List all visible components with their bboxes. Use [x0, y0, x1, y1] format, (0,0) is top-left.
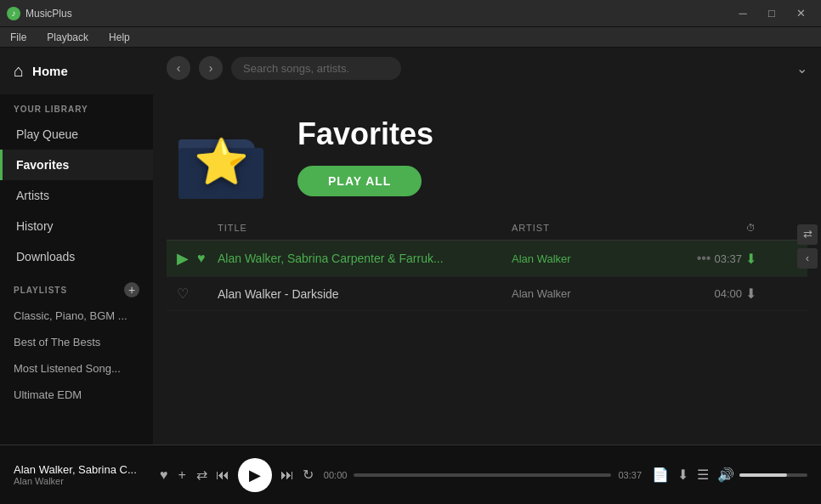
volume-control: 🔊	[717, 467, 807, 483]
repeat-icon[interactable]: ↻	[303, 467, 314, 483]
total-time: 03:37	[618, 470, 642, 480]
info-icon[interactable]: 📄	[652, 467, 669, 483]
player-heart-icon[interactable]: ♥	[160, 467, 168, 483]
player-right: 📄 ⬇ ☰ 🔊	[652, 467, 807, 483]
play-icon: ▶	[177, 249, 189, 268]
scroll-down-button[interactable]: ‹	[797, 248, 818, 269]
queue-icon[interactable]: ☰	[697, 467, 709, 483]
sidebar-item-artists[interactable]: Artists	[0, 180, 153, 211]
topbar: ‹ › ⌄	[153, 48, 821, 88]
table-row[interactable]: ♡ Alan Walker - Darkside Alan Walker 04:…	[167, 277, 807, 311]
row2-duration: 04:00	[714, 287, 742, 300]
dropdown-arrow-icon[interactable]: ⌄	[796, 60, 807, 76]
menubar: File Playback Help	[0, 27, 821, 48]
row1-icons: ▶ ♥	[177, 249, 211, 268]
sidebar-home[interactable]: ⌂ Home	[0, 48, 153, 94]
playlists-header: PLAYLISTS +	[0, 272, 153, 303]
table-header: TITLE ARTIST ⏱	[167, 216, 807, 241]
player-add-icon[interactable]: +	[178, 467, 186, 483]
menu-playback[interactable]: Playback	[43, 30, 92, 45]
heart-empty-icon[interactable]: ♡	[177, 286, 189, 302]
current-time: 00:00	[324, 470, 348, 480]
progress-bar[interactable]	[354, 473, 611, 477]
player: Alan Walker, Sabrina C... Alan Walker ♥ …	[0, 445, 821, 504]
playlist-item-best[interactable]: Best of The Bests	[0, 329, 153, 355]
playlists-label: PLAYLISTS	[14, 286, 67, 295]
play-all-button[interactable]: PLAY ALL	[297, 166, 422, 196]
window-controls: ─ □ ✕	[729, 2, 814, 25]
favorites-info: Favorites PLAY ALL	[297, 116, 433, 196]
row2-artist: Alan Walker	[512, 287, 682, 300]
minimize-button[interactable]: ─	[729, 2, 756, 25]
row1-artist: Alan Walker	[512, 252, 682, 265]
home-icon: ⌂	[14, 61, 24, 81]
col-artist: ARTIST	[512, 223, 682, 233]
content-area: ‹ › ⌄ ⭐ Favorites PLAY ALL TITLE ARTIST	[153, 48, 821, 445]
row1-actions: ••• 03:37 ⬇	[688, 251, 756, 267]
progress-area: 00:00 03:37	[324, 470, 642, 480]
folder-icon: ⭐	[178, 114, 272, 199]
search-input[interactable]	[231, 57, 401, 80]
titlebar: ♪ MusicPlus ─ □ ✕	[0, 0, 821, 27]
player-artist: Alan Walker	[14, 476, 150, 486]
menu-help[interactable]: Help	[105, 30, 133, 45]
maximize-button[interactable]: □	[758, 2, 785, 25]
add-playlist-button[interactable]: +	[124, 282, 139, 297]
playlist-item-classic[interactable]: Classic, Piano, BGM ...	[0, 303, 153, 329]
prev-icon[interactable]: ⏮	[216, 467, 229, 483]
col-spacer	[177, 223, 211, 233]
sidebar-item-downloads[interactable]: Downloads	[0, 241, 153, 272]
volume-bar[interactable]	[739, 473, 807, 477]
sidebar-home-label: Home	[32, 64, 68, 78]
sidebar-item-history[interactable]: History	[0, 211, 153, 241]
favorites-title: Favorites	[297, 116, 433, 152]
shuffle-icon[interactable]: ⇄	[196, 467, 207, 483]
more-icon[interactable]: •••	[697, 251, 711, 266]
star-icon: ⭐	[194, 139, 249, 184]
your-library-label: YOUR LIBRARY	[0, 94, 153, 119]
player-controls: ⇄ ⏮ ▶ ⏭ ↻	[196, 458, 314, 492]
table-area: TITLE ARTIST ⏱ ▶ ♥ Alan Walker, Sabrina …	[153, 216, 821, 445]
sidebar: ⌂ Home YOUR LIBRARY Play Queue Favorites…	[0, 48, 153, 445]
close-button[interactable]: ✕	[787, 2, 814, 25]
app-title: MusicPlus	[25, 8, 729, 20]
app-icon: ♪	[7, 7, 20, 20]
row2-actions: 04:00 ⬇	[688, 286, 756, 302]
play-pause-button[interactable]: ▶	[238, 458, 272, 492]
sidebar-item-favorites[interactable]: Favorites	[0, 150, 153, 180]
back-button[interactable]: ‹	[167, 56, 190, 80]
scroll-buttons: ⇄ ‹	[794, 221, 821, 272]
volume-icon[interactable]: 🔊	[717, 467, 734, 483]
forward-button[interactable]: ›	[199, 56, 223, 80]
table-row[interactable]: ▶ ♥ Alan Walker, Sabrina Carpenter & Far…	[167, 241, 807, 277]
download-icon-2[interactable]: ⬇	[745, 286, 756, 302]
row1-title: Alan Walker, Sabrina Carpenter & Farruk.…	[218, 252, 505, 265]
player-title: Alan Walker, Sabrina C...	[14, 463, 150, 476]
col-actions	[763, 223, 797, 233]
row2-title: Alan Walker - Darkside	[218, 287, 505, 301]
player-info: Alan Walker, Sabrina C... Alan Walker	[14, 463, 150, 486]
heart-icon[interactable]: ♥	[197, 251, 206, 266]
next-icon[interactable]: ⏭	[280, 467, 294, 483]
sidebar-item-play-queue[interactable]: Play Queue	[0, 119, 153, 150]
download-icon[interactable]: ⬇	[745, 251, 756, 267]
row2-icons: ♡	[177, 286, 211, 302]
download-player-icon[interactable]: ⬇	[677, 467, 688, 483]
row1-duration: 03:37	[714, 252, 742, 265]
playlist-item-ultimate-edm[interactable]: Ultimate EDM	[0, 382, 153, 408]
col-title: TITLE	[218, 223, 505, 233]
favorites-header: ⭐ Favorites PLAY ALL	[153, 88, 821, 216]
playlist-item-most-listened[interactable]: Most Listened Song...	[0, 355, 153, 382]
scroll-up-button[interactable]: ⇄	[797, 224, 818, 245]
col-duration: ⏱	[688, 223, 756, 233]
menu-file[interactable]: File	[7, 30, 30, 45]
main-layout: ⌂ Home YOUR LIBRARY Play Queue Favorites…	[0, 48, 821, 445]
volume-fill	[739, 473, 787, 477]
app-icon-symbol: ♪	[12, 8, 16, 18]
